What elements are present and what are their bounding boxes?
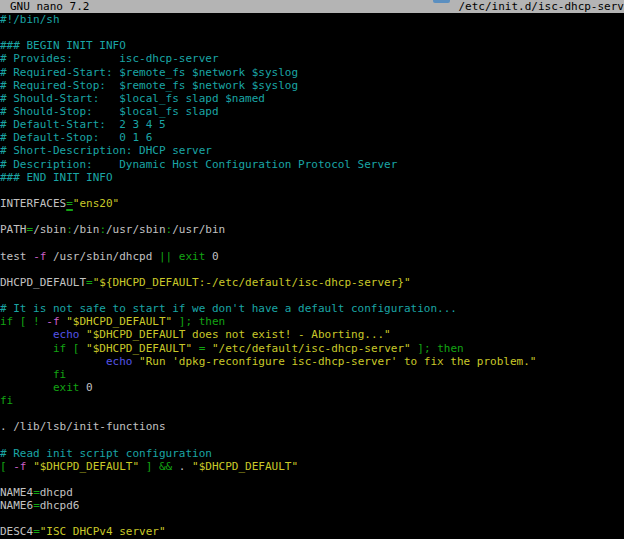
text-cursor: =	[66, 197, 73, 210]
nano-app-title: GNU nano 7.2	[0, 0, 89, 13]
console-screen[interactable]: GNU nano 7.2 /etc/init.d/isc-dhcp-serv #…	[0, 0, 624, 539]
code-line[interactable]: NAME6=dhcpd6	[0, 499, 624, 512]
code-line[interactable]: # Read init script configuration	[0, 447, 624, 460]
code-line[interactable]: #!/bin/sh	[0, 13, 624, 26]
code-line[interactable]: fi	[0, 394, 624, 407]
code-line[interactable]: # Description: Dynamic Host Configuratio…	[0, 158, 624, 171]
code-line[interactable]: # Required-Stop: $remote_fs $network $sy…	[0, 79, 624, 92]
editor-lines: #!/bin/sh### BEGIN INIT INFO# Provides: …	[0, 13, 624, 539]
nano-file-path: /etc/init.d/isc-dhcp-serv	[458, 0, 624, 13]
code-line[interactable]	[0, 236, 624, 249]
code-line[interactable]: ### END INIT INFO	[0, 171, 624, 184]
code-line[interactable]: [ -f "$DHCPD_DEFAULT" ] && . "$DHCPD_DEF…	[0, 460, 624, 473]
code-line[interactable]: # Default-Start: 2 3 4 5	[0, 118, 624, 131]
code-line[interactable]: echo "Run 'dpkg-reconfigure isc-dhcp-ser…	[0, 355, 624, 368]
code-line[interactable]: test -f /usr/sbin/dhcpd || exit 0	[0, 250, 624, 263]
code-line[interactable]: # Should-Start: $local_fs slapd $named	[0, 92, 624, 105]
code-line[interactable]	[0, 473, 624, 486]
code-line[interactable]: fi	[0, 368, 624, 381]
code-line[interactable]: ### BEGIN INIT INFO	[0, 39, 624, 52]
code-line[interactable]	[0, 210, 624, 223]
code-line[interactable]: echo "$DHCPD_DEFAULT does not exist! - A…	[0, 328, 624, 341]
code-line[interactable]: # Default-Stop: 0 1 6	[0, 131, 624, 144]
code-line[interactable]: if [ "$DHCPD_DEFAULT" = "/etc/default/is…	[0, 342, 624, 355]
vnc-toolbar-handle[interactable]	[433, 0, 450, 3]
code-line[interactable]: INTERFACES="ens20"	[0, 197, 624, 210]
code-line[interactable]: DHCPD_DEFAULT="${DHCPD_DEFAULT:-/etc/def…	[0, 276, 624, 289]
code-line[interactable]: # Required-Start: $remote_fs $network $s…	[0, 66, 624, 79]
code-line[interactable]: # Provides: isc-dhcp-server	[0, 52, 624, 65]
code-line[interactable]: # Should-Stop: $local_fs slapd	[0, 105, 624, 118]
code-line[interactable]	[0, 407, 624, 420]
code-line[interactable]: DESC4="ISC DHCPv4 server"	[0, 525, 624, 538]
nano-titlebar: GNU nano 7.2 /etc/init.d/isc-dhcp-serv	[0, 0, 624, 13]
code-line[interactable]	[0, 184, 624, 197]
code-line[interactable]: # It is not safe to start if we don't ha…	[0, 302, 624, 315]
code-line[interactable]: # Short-Description: DHCP server	[0, 144, 624, 157]
code-line[interactable]: . /lib/lsb/init-functions	[0, 420, 624, 433]
code-line[interactable]: PATH=/sbin:/bin:/usr/sbin:/usr/bin	[0, 223, 624, 236]
code-line[interactable]	[0, 26, 624, 39]
code-line[interactable]: if [ ! -f "$DHCPD_DEFAULT" ]; then	[0, 315, 624, 328]
code-line[interactable]	[0, 263, 624, 276]
code-line[interactable]	[0, 434, 624, 447]
code-line[interactable]	[0, 512, 624, 525]
code-line[interactable]: NAME4=dhcpd	[0, 486, 624, 499]
nano-editor[interactable]: #!/bin/sh### BEGIN INIT INFO# Provides: …	[0, 13, 624, 539]
code-line[interactable]: exit 0	[0, 381, 624, 394]
code-line[interactable]	[0, 289, 624, 302]
